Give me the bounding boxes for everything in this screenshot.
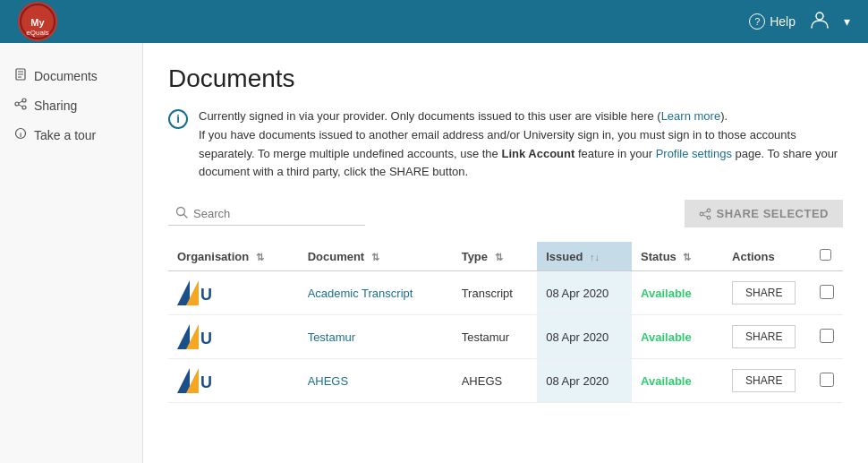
cell-type: Testamur <box>453 315 538 359</box>
th-select <box>811 242 843 271</box>
cell-actions: SHARE <box>723 271 811 315</box>
row-checkbox[interactable] <box>820 329 834 343</box>
sidebar-tour-label: Take a tour <box>34 128 96 142</box>
help-button[interactable]: ? Help <box>749 13 796 30</box>
svg-point-18 <box>707 209 711 212</box>
status-badge: Available <box>641 330 692 344</box>
usc-logo: USC <box>177 368 290 393</box>
info-line2: If you have documents issued to another … <box>199 128 838 179</box>
help-label: Help <box>770 14 796 29</box>
share-button[interactable]: SHARE <box>732 369 796 392</box>
share-button[interactable]: SHARE <box>732 281 796 304</box>
cell-issued: 08 Apr 2020 <box>537 315 632 359</box>
cell-status: Available <box>632 315 723 359</box>
tour-icon: i <box>14 127 27 142</box>
learn-more-link[interactable]: Learn more <box>661 109 720 123</box>
sidebar-item-sharing[interactable]: Sharing <box>0 90 142 120</box>
sort-status-icon[interactable]: ⇅ <box>683 252 691 263</box>
svg-point-10 <box>15 102 19 106</box>
table-row: USC Academic TranscriptTranscript08 Apr … <box>168 271 843 315</box>
cell-document: Testamur <box>299 315 453 359</box>
page-layout: Documents Sharing i Take a t <box>0 43 868 463</box>
documents-icon <box>14 68 27 83</box>
cell-issued: 08 Apr 2020 <box>537 359 632 403</box>
cell-organisation: USC <box>168 315 299 359</box>
info-icon: i <box>168 109 188 129</box>
cell-type: Transcript <box>453 271 538 315</box>
search-icon <box>175 206 188 221</box>
cell-checkbox <box>811 315 843 359</box>
svg-marker-26 <box>177 324 190 349</box>
cell-status: Available <box>632 271 723 315</box>
svg-point-19 <box>700 212 703 216</box>
sort-issued-icon[interactable]: ↑↓ <box>590 252 600 262</box>
help-icon: ? <box>749 13 765 30</box>
sort-doc-icon[interactable]: ⇅ <box>371 252 379 263</box>
svg-text:eQuals: eQuals <box>26 29 48 37</box>
cell-actions: SHARE <box>723 315 811 359</box>
cell-document: AHEGS <box>299 359 453 403</box>
sharing-icon <box>14 98 27 113</box>
cell-type: AHEGS <box>453 359 538 403</box>
row-checkbox[interactable] <box>820 373 834 387</box>
cell-checkbox <box>811 359 843 403</box>
info-text: Currently signed in via your provider. O… <box>199 107 843 182</box>
info-box: i Currently signed in via your provider.… <box>168 107 843 182</box>
svg-text:USC: USC <box>200 286 211 304</box>
top-navigation: My eQuals ? Help ▾ <box>0 0 868 43</box>
svg-point-4 <box>816 13 823 20</box>
app-logo[interactable]: My eQuals <box>18 2 57 41</box>
cell-organisation: USC <box>168 271 299 315</box>
toolbar: SHARE SELECTED <box>168 200 843 227</box>
svg-point-9 <box>22 99 26 102</box>
document-link[interactable]: Academic Transcript <box>308 287 413 300</box>
usc-logo: USC <box>177 324 290 349</box>
svg-line-21 <box>702 211 707 213</box>
sidebar: Documents Sharing i Take a t <box>0 43 143 463</box>
select-all-checkbox[interactable] <box>820 249 831 261</box>
svg-text:USC: USC <box>200 373 211 391</box>
svg-text:i: i <box>20 131 21 139</box>
page-title: Documents <box>168 64 843 93</box>
th-type: Type ⇅ <box>453 242 538 271</box>
cell-checkbox <box>811 271 843 315</box>
svg-marker-23 <box>177 280 190 305</box>
sidebar-item-documents[interactable]: Documents <box>0 61 142 90</box>
documents-table: Organisation ⇅ Document ⇅ Type ⇅ Issued … <box>168 242 843 403</box>
sidebar-sharing-label: Sharing <box>34 99 77 113</box>
cell-actions: SHARE <box>723 359 811 403</box>
share-selected-button[interactable]: SHARE SELECTED <box>685 200 843 227</box>
th-organisation: Organisation ⇅ <box>168 242 299 271</box>
cell-issued: 08 Apr 2020 <box>537 271 632 315</box>
share-button[interactable]: SHARE <box>732 325 796 348</box>
row-checkbox[interactable] <box>820 285 834 299</box>
profile-settings-link[interactable]: Profile settings <box>656 147 732 160</box>
search-input[interactable] <box>193 207 336 220</box>
svg-marker-29 <box>177 368 190 393</box>
svg-text:USC: USC <box>200 330 211 347</box>
status-badge: Available <box>641 374 692 388</box>
search-wrapper <box>168 202 365 226</box>
svg-line-17 <box>184 214 188 218</box>
sort-org-icon[interactable]: ⇅ <box>256 252 264 263</box>
table-row: USC AHEGSAHEGS08 Apr 2020AvailableSHARE <box>168 359 843 403</box>
th-status: Status ⇅ <box>632 242 723 271</box>
document-link[interactable]: AHEGS <box>308 374 349 388</box>
usc-logo: USC <box>177 280 290 305</box>
svg-line-12 <box>19 101 22 103</box>
share-selected-label: SHARE SELECTED <box>717 207 829 220</box>
svg-line-13 <box>19 105 22 107</box>
sort-type-icon[interactable]: ⇅ <box>495 252 503 263</box>
status-badge: Available <box>641 287 692 300</box>
th-document: Document ⇅ <box>299 242 453 271</box>
svg-line-22 <box>702 215 707 217</box>
document-link[interactable]: Testamur <box>308 330 355 344</box>
nav-chevron-icon[interactable]: ▾ <box>844 14 850 29</box>
svg-point-11 <box>22 106 26 109</box>
svg-text:My: My <box>30 17 45 28</box>
user-icon[interactable] <box>810 10 830 34</box>
main-content: Documents i Currently signed in via your… <box>143 43 868 463</box>
svg-point-20 <box>707 216 711 219</box>
sidebar-item-take-a-tour[interactable]: i Take a tour <box>0 120 142 150</box>
table-row: USC TestamurTestamur08 Apr 2020Available… <box>168 315 843 359</box>
